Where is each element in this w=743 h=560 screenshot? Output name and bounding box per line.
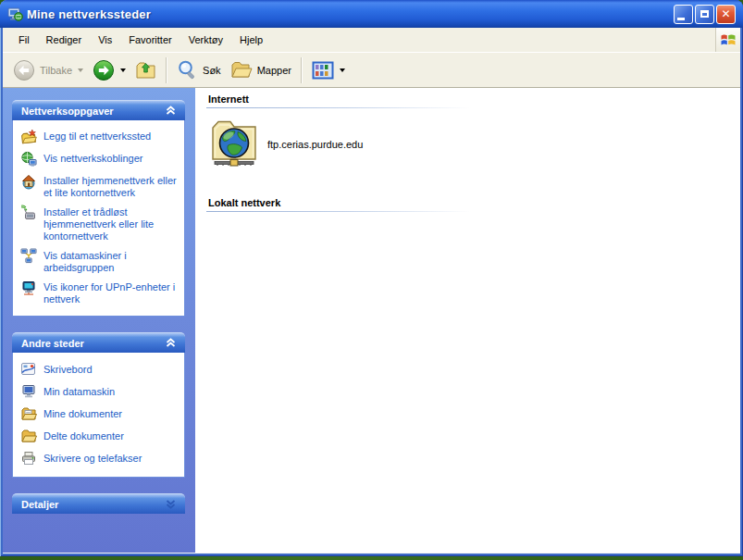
explorer-window: Mine nettverkssteder ✕ Fil Rediger Vis F… <box>0 0 743 556</box>
menu-file[interactable]: Fil <box>10 28 38 52</box>
panel-details-header[interactable]: Detaljer <box>12 493 185 514</box>
title-bar[interactable]: Mine nettverkssteder ✕ <box>0 0 743 28</box>
panel-network-tasks: Nettverksoppgaver <box>12 100 185 317</box>
panel-title: Andre steder <box>21 338 84 349</box>
menu-help[interactable]: Hjelp <box>231 28 271 52</box>
views-button[interactable] <box>307 58 350 82</box>
wireless-network-icon <box>20 205 37 221</box>
toolbar-separator <box>166 57 167 83</box>
minimize-icon <box>677 18 685 20</box>
spacer <box>208 181 740 194</box>
panel-network-tasks-header[interactable]: Nettverksoppgaver <box>12 100 185 120</box>
window-title: Mine nettverkssteder <box>27 7 674 21</box>
search-label: Søk <box>203 65 221 76</box>
back-button[interactable]: Tilbake <box>8 56 88 84</box>
panel-other-places: Andre steder Skrivebord <box>12 332 185 478</box>
sidebar-item-my-computer[interactable]: Min datamaskin <box>20 383 179 400</box>
task-pane-sidebar: Nettverksoppgaver <box>3 88 195 553</box>
windows-logo-icon <box>715 28 740 52</box>
back-label: Tilbake <box>40 65 72 76</box>
panel-title: Nettverksoppgaver <box>21 106 114 117</box>
menu-bar: Fil Rediger Vis Favoritter Verktøy Hjelp <box>3 28 740 53</box>
network-place-item-ftp[interactable]: ftp.cerias.purdue.edu <box>210 118 423 170</box>
upnp-devices-icon <box>20 280 37 296</box>
menu-edit[interactable]: Rediger <box>38 28 91 52</box>
home-network-icon <box>20 173 37 190</box>
window-body: Nettverksoppgaver <box>3 88 740 554</box>
menu-tools[interactable]: Verktøy <box>180 28 231 52</box>
folders-label: Mapper <box>257 65 291 76</box>
back-dropdown-icon[interactable] <box>78 68 83 72</box>
printers-icon <box>20 450 37 467</box>
sidebar-item-add-network-place[interactable]: Legg til et nettverkssted <box>20 129 179 145</box>
sidebar-item-printers-and-faxes[interactable]: Skrivere og telefakser <box>20 450 179 467</box>
sidebar-item-view-workgroup-computers[interactable]: Vis datamaskiner i arbeidsgruppen <box>20 248 179 274</box>
folders-button[interactable]: Mapper <box>226 56 296 83</box>
search-icon <box>177 59 198 81</box>
chevron-up-icon[interactable] <box>165 338 177 348</box>
desktop-background: { "window": { "title": "Mine nettverksst… <box>0 0 743 560</box>
group-header-local-network: Lokalt nettverk <box>208 197 740 208</box>
my-documents-icon <box>20 405 37 422</box>
task-label: Delte dokumenter <box>43 428 179 442</box>
network-places-icon <box>7 6 23 22</box>
group-divider <box>206 211 471 212</box>
forward-button[interactable] <box>88 56 130 84</box>
sidebar-item-setup-home-network[interactable]: Installer hjemmenettverk eller et lite k… <box>20 173 179 199</box>
task-label: Installer et trådløst hjemmenettverk ell… <box>43 205 179 243</box>
sidebar-item-setup-wireless-network[interactable]: Installer et trådløst hjemmenettverk ell… <box>20 205 179 243</box>
workgroup-computers-icon <box>20 248 37 265</box>
task-label: Vis ikoner for UPnP-enheter i nettverk <box>43 280 179 305</box>
task-label: Mine dokumenter <box>43 405 179 420</box>
task-label: Min datamaskin <box>43 383 179 398</box>
sidebar-item-shared-documents[interactable]: Delte dokumenter <box>20 428 179 444</box>
back-icon <box>13 59 35 81</box>
sidebar-item-view-network-connections[interactable]: Vis nettverkskoblinger <box>20 151 179 168</box>
up-button[interactable] <box>130 56 161 83</box>
forward-dropdown-icon[interactable] <box>120 68 126 72</box>
network-place-label: ftp.cerias.purdue.edu <box>267 139 363 150</box>
sidebar-item-my-documents[interactable]: Mine dokumenter <box>20 405 179 422</box>
task-label: Vis nettverkskoblinger <box>43 151 179 165</box>
task-label: Legg til et nettverkssted <box>43 129 179 143</box>
group-header-internet: Internett <box>208 93 740 105</box>
menu-view[interactable]: Vis <box>90 28 120 52</box>
task-label: Skrivere og telefakser <box>43 450 179 465</box>
shared-documents-icon <box>20 428 37 444</box>
task-label: Installer hjemmenettverk eller et lite k… <box>43 173 179 199</box>
close-icon: ✕ <box>721 8 730 19</box>
close-button[interactable]: ✕ <box>716 5 736 24</box>
folders-icon <box>230 59 253 81</box>
maximize-button[interactable] <box>695 5 714 24</box>
desktop-icon <box>20 361 37 378</box>
toolbar: Tilbake Søk <box>3 53 740 88</box>
forward-icon <box>93 59 115 81</box>
toolbar-separator <box>301 57 303 83</box>
add-network-place-icon <box>20 129 37 145</box>
panel-title: Detaljer <box>21 499 58 510</box>
folder-content-area[interactable]: Internett ftp.cerias.purdue.edu <box>195 88 740 553</box>
panel-network-tasks-body: Legg til et nettverkssted Vis nettverksk… <box>12 120 185 317</box>
panel-details: Detaljer <box>12 493 185 514</box>
chevron-up-icon[interactable] <box>165 106 177 116</box>
panel-other-places-body: Skrivebord Min datamaskin <box>12 353 185 478</box>
up-folder-icon <box>135 59 156 81</box>
my-computer-icon <box>20 383 37 400</box>
panel-other-places-header[interactable]: Andre steder <box>12 332 185 353</box>
task-label: Vis datamaskiner i arbeidsgruppen <box>43 248 179 274</box>
network-folder-icon <box>210 118 258 170</box>
menu-favorites[interactable]: Favoritter <box>120 28 180 52</box>
views-icon <box>312 61 334 80</box>
chevron-down-icon[interactable] <box>165 499 177 509</box>
task-label: Skrivebord <box>43 361 179 376</box>
search-button[interactable]: Søk <box>172 56 226 83</box>
maximize-icon <box>700 10 709 18</box>
network-connections-icon <box>20 151 37 168</box>
sidebar-item-desktop[interactable]: Skrivebord <box>20 361 179 378</box>
views-dropdown-icon[interactable] <box>340 68 345 72</box>
group-divider <box>206 107 471 108</box>
sidebar-item-show-upnp-icons[interactable]: Vis ikoner for UPnP-enheter i nettverk <box>20 280 179 305</box>
minimize-button[interactable] <box>674 5 693 24</box>
